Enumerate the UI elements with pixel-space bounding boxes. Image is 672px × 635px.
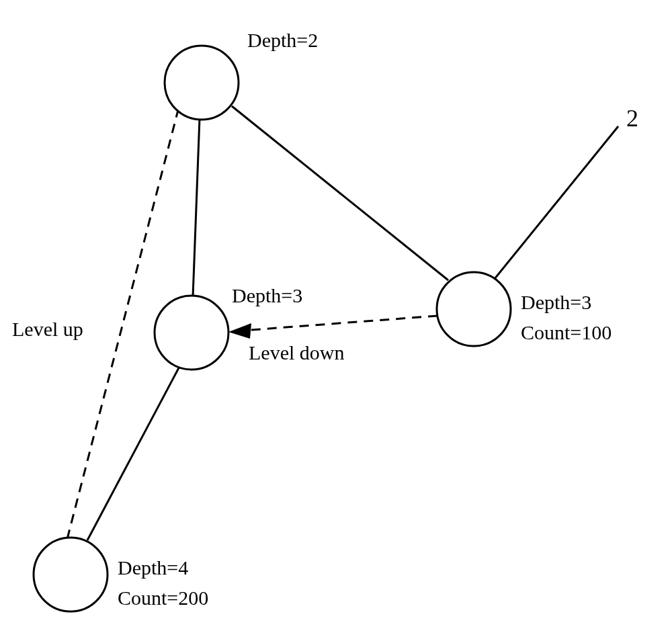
edge-top-right [232,106,448,280]
node-right-label-1: Depth=3 [521,289,591,316]
edge-top-mid [193,118,200,297]
edge-level-down-label: Level down [249,339,344,367]
node-bottom-label-1: Depth=4 [118,554,188,582]
callout-label: 2 [626,102,638,135]
node-right-label-2: Count=100 [521,319,612,347]
node-bottom-label-2: Count=200 [118,585,208,612]
node-top-label: Depth=2 [247,27,318,54]
node-mid-label: Depth=3 [232,282,302,310]
node-bottom [34,538,108,611]
diagram-canvas: { "nodes": { "top": { "label_line1": "De… [0,0,672,635]
arrowhead-level-down [228,323,251,339]
edge-mid-bottom [87,363,181,540]
node-mid [155,296,228,370]
node-top [165,46,239,120]
edge-level-up-label: Level up [12,316,83,343]
node-right [437,272,511,346]
edge-level-down [242,316,437,331]
callout-line [474,126,618,304]
diagram-svg [0,0,672,635]
